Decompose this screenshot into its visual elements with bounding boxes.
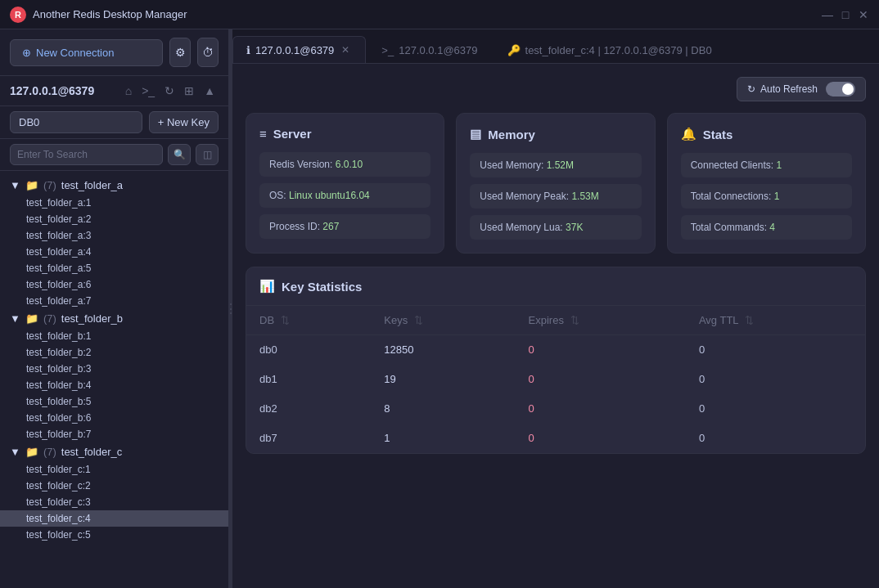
folder-test_folder_a[interactable]: ▼ 📁 (7) test_folder_a	[0, 176, 228, 195]
list-item[interactable]: test_folder_c:2	[0, 478, 228, 494]
list-item[interactable]: test_folder_c:1	[0, 461, 228, 478]
chevron-down-icon: ▼	[10, 179, 20, 191]
list-item[interactable]: test_folder_b:3	[0, 361, 228, 377]
cell-expires: 0	[516, 424, 686, 453]
minimize-button[interactable]: —	[822, 9, 833, 20]
list-item[interactable]: test_folder_b:1	[0, 328, 228, 344]
tab-close-button[interactable]: ✕	[339, 43, 352, 56]
filter-button[interactable]: ◫	[196, 144, 219, 165]
folder-count: (7)	[43, 312, 56, 325]
sidebar-header: ⊕ New Connection ⚙ ⏱	[0, 29, 228, 76]
list-item[interactable]: test_folder_a:1	[0, 195, 228, 211]
cell-keys: 8	[371, 394, 515, 424]
terminal-button[interactable]: >_	[138, 83, 158, 99]
used-memory-value: 1.52M	[547, 159, 574, 171]
folder-test_folder_c[interactable]: ▼ 📁 (7) test_folder_c	[0, 442, 228, 461]
list-item[interactable]: test_folder_b:4	[0, 377, 228, 393]
search-bar: 🔍 ◫	[0, 139, 228, 171]
process-id-stat: Process ID: 267	[259, 214, 430, 239]
memory-card-header: ▤ Memory	[470, 127, 641, 141]
table-row[interactable]: db0 12850 0 0	[246, 335, 865, 365]
server-card-header: ≡ Server	[259, 127, 430, 141]
content-area: ↻ Auto Refresh ≡ Server Redis Version: 6…	[232, 64, 879, 588]
server-icon: ≡	[259, 127, 267, 141]
list-item[interactable]: test_folder_b:5	[0, 393, 228, 410]
tab-key-viewer[interactable]: 🔑 test_folder_c:4 | 127.0.0.1@6379 | DB0	[494, 37, 726, 63]
list-item[interactable]: test_folder_a:3	[0, 227, 228, 244]
connection-bar: 127.0.0.1@6379 ⌂ >_ ↻ ⊞ ▲	[0, 76, 228, 106]
info-icon: ℹ	[246, 44, 250, 56]
os-value: Linux ubuntu16.04	[289, 190, 370, 201]
list-item[interactable]: test_folder_b:6	[0, 410, 228, 426]
table-row[interactable]: db2 8 0 0	[246, 394, 865, 424]
list-item[interactable]: test_folder_c:3	[0, 494, 228, 510]
total-connections-stat: Total Connections: 1	[681, 184, 852, 209]
used-memory-lua-stat: Used Memory Lua: 37K	[470, 215, 641, 240]
col-expires[interactable]: Expires ⇅	[516, 306, 686, 335]
cell-db: db0	[246, 335, 371, 365]
sidebar: ⊕ New Connection ⚙ ⏱ 127.0.0.1@6379 ⌂ >_…	[0, 29, 229, 588]
search-button[interactable]: 🔍	[168, 144, 191, 165]
collapse-button[interactable]: ▲	[201, 83, 219, 99]
app-logo: R	[10, 7, 26, 23]
key-statistics-header: 📊 Key Statistics	[246, 267, 865, 306]
col-avg-ttl[interactable]: Avg TTL ⇅	[686, 306, 865, 335]
close-button[interactable]: ✕	[858, 9, 869, 20]
home-button[interactable]: ⌂	[122, 83, 135, 99]
col-keys[interactable]: Keys ⇅	[371, 306, 515, 335]
auto-refresh-toggle[interactable]	[826, 82, 855, 97]
sort-icon: ⇅	[745, 314, 754, 326]
right-panel: ℹ 127.0.0.1@6379 ✕ >_ 127.0.0.1@6379 🔑 t…	[232, 29, 879, 588]
table-row[interactable]: db1 19 0 0	[246, 365, 865, 394]
memory-card: ▤ Memory Used Memory: 1.52M Used Memory …	[456, 113, 655, 254]
cell-expires: 0	[516, 335, 686, 365]
main-layout: ⊕ New Connection ⚙ ⏱ 127.0.0.1@6379 ⌂ >_…	[0, 29, 879, 588]
list-item[interactable]: test_folder_b:7	[0, 426, 228, 442]
total-commands-value: 4	[769, 222, 775, 233]
tab-label: test_folder_c:4 | 127.0.0.1@6379 | DB0	[525, 44, 712, 56]
window-controls: — □ ✕	[822, 9, 869, 20]
folder-icon: 📁	[25, 446, 38, 458]
db-selector[interactable]: DB0 DB1 DB2 DB3	[10, 111, 142, 133]
grid-button[interactable]: ⊞	[181, 83, 197, 99]
list-item[interactable]: test_folder_b:2	[0, 344, 228, 361]
cell-avg-ttl: 0	[686, 365, 865, 394]
connection-name: 127.0.0.1@6379	[10, 84, 94, 97]
total-connections-value: 1	[774, 191, 780, 202]
new-connection-button[interactable]: ⊕ New Connection	[10, 39, 163, 66]
list-item[interactable]: test_folder_a:4	[0, 244, 228, 260]
auto-refresh-button[interactable]: ↻ Auto Refresh	[737, 77, 866, 101]
db-bar: DB0 DB1 DB2 DB3 + New Key	[0, 106, 228, 139]
folder-test_folder_b[interactable]: ▼ 📁 (7) test_folder_b	[0, 309, 228, 328]
os-stat: OS: Linux ubuntu16.04	[259, 183, 430, 208]
total-commands-stat: Total Commands: 4	[681, 215, 852, 240]
col-db[interactable]: DB ⇅	[246, 306, 371, 335]
app-title: Another Redis Desktop Manager	[33, 8, 822, 20]
list-item[interactable]: test_folder_c:5	[0, 527, 228, 543]
list-item[interactable]: test_folder_a:5	[0, 260, 228, 276]
search-input[interactable]	[10, 144, 163, 165]
tab-label: 127.0.0.1@6379	[255, 44, 334, 56]
maximize-button[interactable]: □	[840, 9, 851, 20]
connected-clients-value: 1	[776, 159, 782, 171]
stats-card-header: 🔔 Stats	[681, 127, 852, 141]
refresh-button[interactable]: ↻	[161, 83, 178, 99]
connected-clients-stat: Connected Clients: 1	[681, 153, 852, 177]
list-item[interactable]: test_folder_a:7	[0, 293, 228, 309]
list-item[interactable]: test_folder_a:6	[0, 276, 228, 293]
folder-name: test_folder_c	[61, 446, 122, 458]
tab-server-info[interactable]: ℹ 127.0.0.1@6379 ✕	[232, 36, 366, 63]
cards-row: ≡ Server Redis Version: 6.0.10 OS: Linux…	[246, 113, 866, 254]
history-button[interactable]: ⏱	[197, 38, 219, 67]
list-item[interactable]: test_folder_a:2	[0, 211, 228, 227]
list-item-active[interactable]: test_folder_c:4	[0, 510, 228, 527]
sort-icon: ⇅	[281, 314, 290, 326]
tab-terminal[interactable]: >_ 127.0.0.1@6379	[367, 37, 491, 63]
server-card: ≡ Server Redis Version: 6.0.10 OS: Linux…	[246, 113, 444, 254]
table-row[interactable]: db7 1 0 0	[246, 424, 865, 453]
settings-button[interactable]: ⚙	[169, 38, 191, 67]
redis-version-stat: Redis Version: 6.0.10	[259, 152, 430, 177]
new-key-label: + New Key	[158, 116, 210, 128]
auto-refresh-label: Auto Refresh	[760, 83, 818, 95]
new-key-button[interactable]: + New Key	[149, 111, 219, 133]
